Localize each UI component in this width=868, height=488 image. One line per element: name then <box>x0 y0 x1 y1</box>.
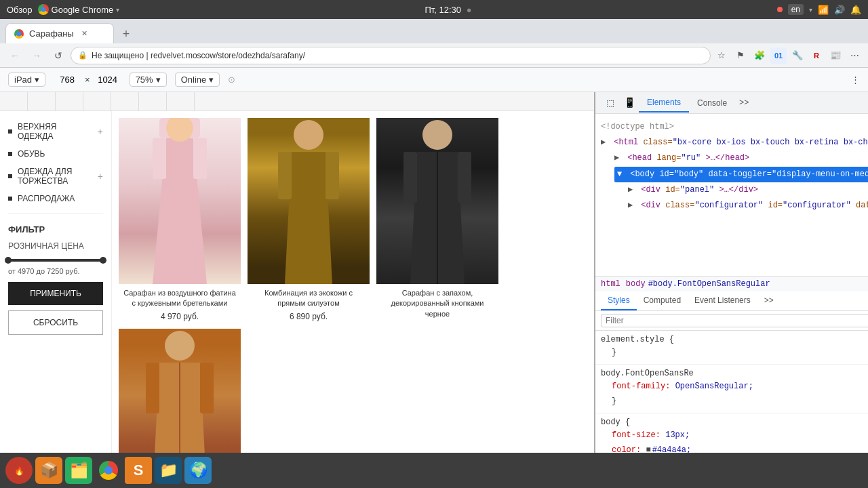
expand-icon-celebration[interactable]: + <box>98 171 103 182</box>
reset-filter-button[interactable]: СБРОСИТЬ <box>8 310 103 335</box>
styles-tab-computed[interactable]: Computed <box>637 291 688 310</box>
tree-arrow-panel[interactable]: ▶ <box>628 184 636 197</box>
svg-rect-2 <box>153 138 166 179</box>
toolbar-actions: ⋮ <box>851 75 860 85</box>
extension3-button[interactable]: 🔧 <box>789 47 806 64</box>
taskbar-icon-orange[interactable]: S <box>125 457 152 484</box>
breadcrumb-item-4[interactable] <box>83 92 111 111</box>
notification-icon: 🔔 <box>850 5 861 15</box>
width-input[interactable] <box>54 75 81 85</box>
os-bar-right: en ▾ 📶 🔊 🔔 <box>777 4 861 15</box>
product-card-3[interactable]: Сарафан с запахом, декорированный кнопка… <box>376 118 498 322</box>
sidebar-item-top-clothes[interactable]: ВЕРХНЯЯ ОДЕЖДА + <box>8 118 103 145</box>
tree-arrow-head[interactable]: ▶ <box>614 152 623 165</box>
svg-rect-7 <box>278 152 292 199</box>
nav-label-celebration: ОДЕЖДА ДЛЯ ТОРЖЕСТВА <box>18 167 92 186</box>
bookmark2-button[interactable]: ⚑ <box>732 47 749 64</box>
devtools-tab-more[interactable]: >> <box>735 96 753 110</box>
chrome-app[interactable]: Google Chrome ▾ <box>38 4 120 15</box>
reader-button[interactable]: 📰 <box>827 47 844 64</box>
product-image-2 <box>248 118 370 284</box>
tree-line-configurator[interactable]: ▶ <div class="configurator" id="configur… <box>628 198 868 214</box>
breadcrumb-html-tag[interactable]: html <box>601 279 620 289</box>
attr-data-switcher: data-switcher <box>856 201 868 210</box>
zoom-selector[interactable]: 75% ▾ <box>130 73 167 87</box>
bullet-icon <box>8 129 12 134</box>
price-label: РОЗНИЧНАЯ ЦЕНА <box>8 239 103 253</box>
sidebar-divider <box>8 213 103 214</box>
back-button[interactable]: ← <box>5 46 24 65</box>
device-selector[interactable]: iPad ▾ <box>8 73 45 87</box>
styles-tab-listeners[interactable]: Event Listeners <box>688 291 757 310</box>
price-slider[interactable] <box>8 259 103 262</box>
devtools-tab-console[interactable]: Console <box>689 94 735 112</box>
breadcrumb-item-5[interactable] <box>111 92 139 111</box>
product-card-1[interactable]: Сарафан из воздушного фатина с кружевным… <box>119 118 241 322</box>
taskbar-icon-store[interactable]: 📦 <box>35 457 62 484</box>
overview-label[interactable]: Обзор <box>7 5 33 15</box>
sidebar-item-shoes[interactable]: ОБУВЬ <box>8 145 103 163</box>
forward-button[interactable]: → <box>27 46 46 65</box>
tree-arrow-html[interactable]: ▶ <box>601 136 609 149</box>
extension2-button[interactable]: 01 <box>770 47 787 64</box>
more-options-button[interactable]: ⋮ <box>851 75 860 85</box>
prop-name-font-family: font-family: <box>612 382 675 391</box>
attr-id-panel: id= <box>665 185 680 195</box>
taskbar-icon-filezilla[interactable]: 📁 <box>155 457 182 484</box>
tree-line-panel[interactable]: ▶ <div id="panel" >…</div> <box>628 182 868 198</box>
tab-close-button[interactable]: ✕ <box>79 28 90 39</box>
devtools-tab-elements[interactable]: Elements <box>639 94 689 113</box>
active-tab[interactable]: Сарафаны ✕ <box>5 23 114 43</box>
doctype-text: <!doctype html> <box>601 122 674 131</box>
styles-tab-styles[interactable]: Styles <box>601 291 637 310</box>
taskbar-icon-system[interactable]: 🔥 <box>5 457 33 484</box>
svg-point-5 <box>294 120 323 150</box>
devtools-device-button[interactable]: 📱 <box>620 94 639 113</box>
tab-bar: Сарафаны ✕ + <box>0 19 868 43</box>
styles-filter-input[interactable] <box>601 314 868 327</box>
location-icon[interactable]: ⊙ <box>228 75 235 85</box>
product-name-2: Комбинация из экокожи с прямым силуэтом <box>248 288 370 309</box>
attr-value-html: "bx-core bx-ios bx-touch bx-retina bx-ch… <box>673 138 868 147</box>
product-card-4[interactable]: Сарафан с запахом, декорированный кнопка… <box>119 329 241 453</box>
world-icon: 🌍 <box>189 462 208 479</box>
product-card-2[interactable]: Комбинация из экокожи с прямым силуэтом … <box>248 118 370 322</box>
svg-rect-3 <box>193 138 207 179</box>
tree-line-body[interactable]: ▼ <body id="body" data-toggler="display-… <box>614 167 868 182</box>
bookmark-button[interactable]: ☆ <box>713 47 730 64</box>
tree-line-html[interactable]: ▶ <html class="bx-core bx-ios bx-touch b… <box>601 135 868 150</box>
tag-html: <html <box>614 138 643 147</box>
extension-button[interactable]: 🧩 <box>751 47 768 64</box>
tree-arrow-body[interactable]: ▼ <box>617 168 625 181</box>
apply-filter-button[interactable]: ПРИМЕНИТЬ <box>8 282 103 305</box>
sidebar-item-celebration[interactable]: ОДЕЖДА ДЛЯ ТОРЖЕСТВА + <box>8 163 103 190</box>
height-input[interactable] <box>94 75 121 85</box>
breadcrumb-item-2[interactable] <box>28 92 56 111</box>
breadcrumb-item-3[interactable] <box>56 92 83 111</box>
new-tab-button[interactable]: + <box>117 24 136 43</box>
tree-arrow-config[interactable]: ▶ <box>628 199 636 212</box>
reload-button[interactable]: ↺ <box>49 46 68 65</box>
nav-actions: ☆ ⚑ 🧩 01 🔧 R 📰 ⋯ <box>713 47 863 64</box>
price-slider-thumb-right[interactable] <box>100 257 106 264</box>
taskbar-icon-chrome[interactable] <box>95 457 122 484</box>
price-slider-thumb-left[interactable] <box>5 257 12 264</box>
extension4-button[interactable]: R <box>808 47 825 64</box>
lang-dropdown-icon[interactable]: ▾ <box>809 6 812 14</box>
address-bar[interactable]: 🔒 Не защищено | redvelvet.moscow/store/o… <box>71 47 711 64</box>
taskbar-icon-files[interactable]: 🗂️ <box>65 457 92 484</box>
breadcrumb-item-7[interactable] <box>167 92 195 111</box>
language-button[interactable]: en <box>788 4 804 15</box>
breadcrumb-item-6[interactable] <box>139 92 167 111</box>
devtools-inspect-button[interactable]: ⬚ <box>601 94 620 113</box>
expand-icon[interactable]: + <box>98 126 103 137</box>
dimension-box: × <box>54 75 121 85</box>
sidebar-item-sale[interactable]: РАСПРОДАЖА <box>8 190 103 207</box>
taskbar-icon-world[interactable]: 🌍 <box>184 457 212 484</box>
breadcrumb-item-1[interactable] <box>0 92 28 111</box>
more-button[interactable]: ⋯ <box>846 47 863 64</box>
breadcrumb-body-tag[interactable]: body <box>626 279 646 289</box>
styles-tab-more[interactable]: >> <box>757 291 781 310</box>
tree-line-head[interactable]: ▶ <head lang="ru" >…</head> <box>614 150 868 166</box>
connection-selector[interactable]: Online ▾ <box>175 73 220 87</box>
